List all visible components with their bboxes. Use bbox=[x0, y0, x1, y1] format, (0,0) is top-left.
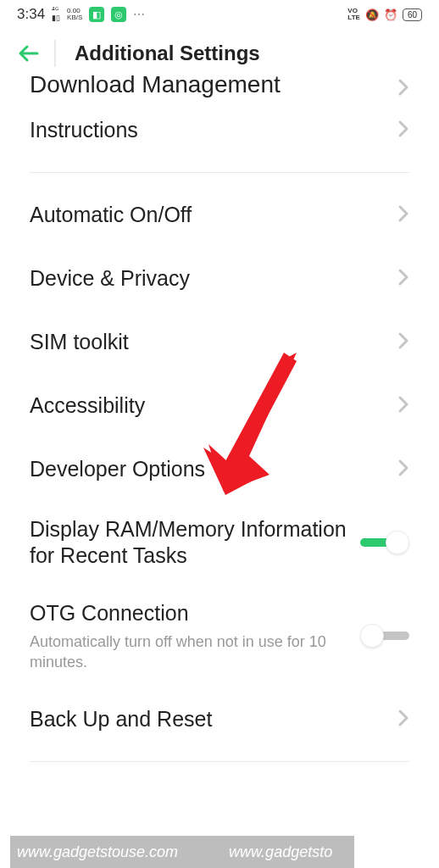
divider bbox=[30, 761, 409, 762]
watermark: www.gadgetstouse.com www.gadgetsto bbox=[10, 836, 354, 868]
setting-item-accessibility[interactable]: Accessibility bbox=[30, 374, 409, 437]
battery-icon: 60 bbox=[403, 8, 422, 21]
setting-label: Back Up and Reset bbox=[30, 706, 212, 732]
chevron-right-icon bbox=[397, 76, 409, 98]
setting-label: Developer Options bbox=[30, 456, 205, 482]
setting-item-automatic-onoff[interactable]: Automatic On/Off bbox=[30, 183, 409, 247]
setting-item-device-privacy[interactable]: Device & Privacy bbox=[30, 247, 409, 310]
setting-item-download-management[interactable]: Download Management bbox=[30, 66, 409, 98]
setting-label: Display RAM/Memory Information for Recen… bbox=[30, 516, 350, 570]
setting-label: Automatic On/Off bbox=[30, 202, 192, 228]
more-icon: ⋯ bbox=[133, 8, 145, 21]
chevron-right-icon bbox=[397, 394, 409, 418]
signal-icon: ⁴ᴳ▮▯ bbox=[52, 7, 60, 22]
chevron-right-icon bbox=[397, 331, 409, 354]
toggle-otg[interactable] bbox=[360, 622, 409, 649]
volte-icon: VOLTE bbox=[347, 8, 360, 21]
setting-item-otg-connection[interactable]: OTG Connection Automatically turn off wh… bbox=[30, 585, 409, 688]
mute-icon: 🔕 bbox=[365, 8, 379, 21]
alarm-icon: ⏰ bbox=[384, 8, 397, 21]
setting-item-developer-options[interactable]: Developer Options bbox=[30, 437, 409, 501]
setting-label: Instructions bbox=[30, 117, 138, 143]
setting-item-backup-reset[interactable]: Back Up and Reset bbox=[30, 687, 409, 751]
back-button[interactable] bbox=[17, 40, 56, 67]
network-speed: 0.00KB/S bbox=[67, 8, 82, 21]
page-title: Additional Settings bbox=[75, 42, 260, 65]
setting-item-instructions[interactable]: Instructions bbox=[30, 98, 409, 162]
setting-label: SIM toolkit bbox=[30, 329, 129, 355]
toggle-display-ram[interactable] bbox=[360, 529, 409, 556]
setting-item-display-ram[interactable]: Display RAM/Memory Information for Recen… bbox=[30, 501, 409, 585]
chevron-right-icon bbox=[397, 458, 409, 481]
chevron-right-icon bbox=[397, 119, 409, 142]
setting-subtitle: Automatically turn off when not in use f… bbox=[30, 632, 350, 673]
setting-item-sim-toolkit[interactable]: SIM toolkit bbox=[30, 310, 409, 374]
app-badge-icon: ◎ bbox=[111, 7, 126, 22]
status-bar: 3:34 ⁴ᴳ▮▯ 0.00KB/S ◧ ◎ ⋯ VOLTE 🔕 ⏰ 60 bbox=[0, 0, 439, 29]
setting-label: Download Management bbox=[30, 71, 281, 98]
chevron-right-icon bbox=[397, 203, 409, 227]
app-badge-icon: ◧ bbox=[89, 7, 104, 22]
chevron-right-icon bbox=[397, 708, 409, 732]
setting-label: Accessibility bbox=[30, 392, 145, 419]
setting-label: OTG Connection bbox=[30, 600, 350, 626]
status-time: 3:34 bbox=[17, 6, 45, 23]
chevron-right-icon bbox=[397, 267, 409, 291]
divider bbox=[30, 172, 409, 173]
setting-label: Device & Privacy bbox=[30, 265, 190, 292]
